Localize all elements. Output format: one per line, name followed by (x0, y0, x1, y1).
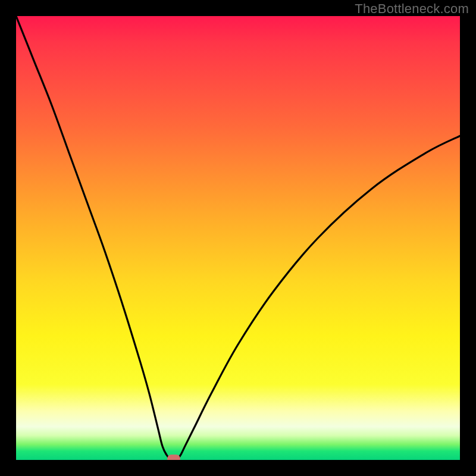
bottleneck-curve (16, 16, 460, 460)
plot-area (16, 16, 460, 460)
watermark-text: TheBottleneck.com (355, 1, 469, 17)
optimal-point-marker (167, 455, 180, 460)
chart-frame: TheBottleneck.com (0, 0, 476, 476)
